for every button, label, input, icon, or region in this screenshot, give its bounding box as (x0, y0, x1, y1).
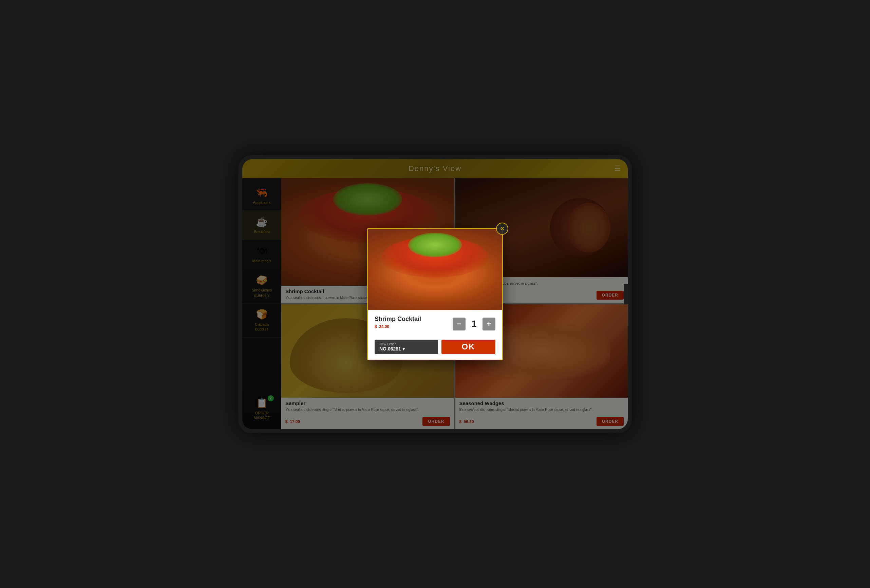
modal-nachos-image (368, 229, 502, 310)
quantity-value: 1 (469, 319, 479, 329)
order-selector-dropdown[interactable]: New Order NO.06281 ▾ (375, 339, 438, 354)
tablet-frame: Denny's View ☰ 🦐 Appetizers ☕ Breakfast … (238, 155, 632, 433)
modal-footer: New Order NO.06281 ▾ OK (375, 339, 495, 354)
modal-overlay[interactable]: ✕ Shrimp Cocktail $ 34 (242, 178, 628, 429)
modal-body: Shrimp Cocktail $ 34.00 − (368, 310, 502, 360)
order-selector-label: New Order (379, 342, 433, 346)
modal-product-name: Shrimp Cocktail (375, 316, 421, 323)
quantity-increment-button[interactable]: + (483, 318, 495, 330)
order-modal: ✕ Shrimp Cocktail $ 34 (367, 228, 503, 360)
modal-product-price: $ 34.00 (375, 323, 421, 329)
quantity-decrement-button[interactable]: − (453, 318, 466, 330)
order-selector-value: NO.06281 ▾ (379, 346, 433, 351)
modal-food-image (368, 229, 502, 310)
dropdown-chevron-icon: ▾ (402, 346, 405, 351)
ok-button[interactable]: OK (441, 339, 495, 354)
modal-close-button[interactable]: ✕ (496, 223, 508, 235)
content-area: 🦐 Appetizers ☕ Breakfast 🍽 Main meals 🥪 … (242, 178, 628, 429)
tablet-screen: Denny's View ☰ 🦐 Appetizers ☕ Breakfast … (242, 159, 628, 429)
